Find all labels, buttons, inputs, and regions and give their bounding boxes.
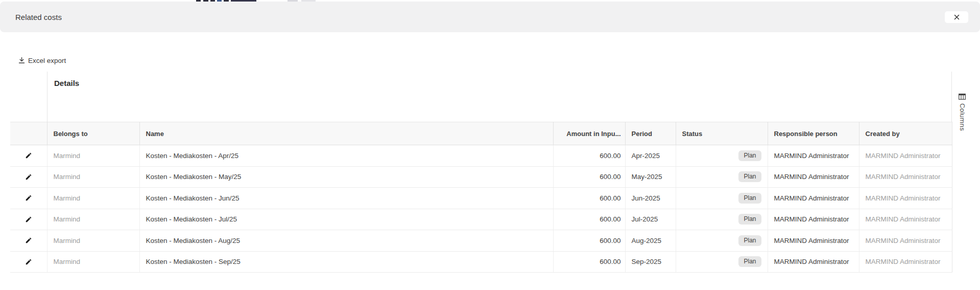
table-row[interactable]: MarmindKosten - Mediakosten - Jun/25600.… [10, 188, 952, 209]
pencil-icon [25, 173, 32, 181]
column-header-amount[interactable]: Amount in Inpu... [553, 122, 625, 145]
table-row[interactable]: MarmindKosten - Mediakosten - Sep/25600.… [10, 251, 952, 273]
close-button[interactable] [945, 11, 968, 23]
status-badge: Plan [738, 150, 761, 161]
cell-edit [10, 145, 47, 167]
cell-edit [10, 251, 47, 273]
cell-status: Plan [676, 209, 768, 230]
cell-status: Plan [676, 188, 768, 209]
edit-row-button[interactable] [22, 171, 35, 183]
column-header-responsible-person[interactable]: Responsible person [768, 122, 859, 145]
cell-amount: 600.00 [553, 166, 625, 188]
column-header-created-by[interactable]: Created by [859, 122, 952, 145]
pencil-icon [25, 258, 32, 265]
cell-created-by: MARMIND Administrator [859, 209, 952, 230]
column-header-period[interactable]: Period [625, 122, 676, 145]
grid-group-header-band: Details [10, 72, 952, 122]
cell-belongs-to: Marmind [47, 230, 139, 252]
related-costs-dialog: Related costs Excel export Details [0, 0, 980, 290]
dialog-header: Related costs [0, 2, 980, 32]
pencil-icon [25, 237, 32, 244]
cell-created-by: MARMIND Administrator [859, 230, 952, 252]
cell-responsible-person: MARMIND Administrator [768, 230, 859, 252]
table-row[interactable]: MarmindKosten - Mediakosten - Apr/25600.… [10, 145, 952, 167]
grid-group-header-details: Details [47, 72, 952, 122]
cell-status: Plan [676, 145, 768, 167]
cell-responsible-person: MARMIND Administrator [768, 209, 859, 230]
cell-amount: 600.00 [553, 188, 625, 209]
cell-name: Kosten - Mediakosten - Jun/25 [139, 188, 553, 209]
cell-name: Kosten - Mediakosten - Apr/25 [139, 145, 553, 167]
cell-responsible-person: MARMIND Administrator [768, 166, 859, 188]
edit-row-button[interactable] [22, 235, 35, 246]
cell-status: Plan [676, 251, 768, 273]
cell-name: Kosten - Mediakosten - Sep/25 [139, 251, 553, 273]
edit-row-button[interactable] [22, 192, 35, 204]
cell-belongs-to: Marmind [47, 251, 139, 273]
cell-responsible-person: MARMIND Administrator [768, 188, 859, 209]
edit-row-button[interactable] [22, 256, 35, 267]
cell-edit [10, 166, 47, 188]
table-row[interactable]: MarmindKosten - Mediakosten - Jul/25600.… [10, 209, 952, 230]
cell-name: Kosten - Mediakosten - Aug/25 [139, 230, 553, 252]
pencil-icon [25, 216, 32, 223]
cell-period: Sep-2025 [625, 251, 676, 273]
status-badge: Plan [738, 235, 761, 246]
cell-amount: 600.00 [553, 145, 625, 167]
x-icon [954, 14, 960, 20]
cell-period: May-2025 [625, 166, 676, 188]
excel-export-button[interactable]: Excel export [18, 55, 66, 66]
cell-belongs-to: Marmind [47, 188, 139, 209]
edit-row-button[interactable] [22, 214, 35, 225]
dialog-title: Related costs [15, 13, 62, 21]
cell-edit [10, 209, 47, 230]
cell-edit [10, 188, 47, 209]
cell-status: Plan [676, 230, 768, 252]
cell-edit [10, 230, 47, 252]
cell-period: Aug-2025 [625, 230, 676, 252]
cell-period: Apr-2025 [625, 145, 676, 167]
status-badge: Plan [738, 214, 761, 225]
columns-panel-label: Columns [959, 103, 966, 131]
status-badge: Plan [738, 171, 761, 182]
related-costs-table: Belongs to Name Amount in Inpu... Period… [10, 122, 952, 273]
cell-belongs-to: Marmind [47, 166, 139, 188]
table-header: Belongs to Name Amount in Inpu... Period… [10, 122, 952, 145]
column-header-status[interactable]: Status [676, 122, 768, 145]
cell-name: Kosten - Mediakosten - May/25 [139, 166, 553, 188]
column-header-name[interactable]: Name [139, 122, 553, 145]
cell-responsible-person: MARMIND Administrator [768, 145, 859, 167]
cell-created-by: MARMIND Administrator [859, 188, 952, 209]
cell-status: Plan [676, 166, 768, 188]
cell-period: Jun-2025 [625, 188, 676, 209]
excel-export-label: Excel export [28, 57, 66, 64]
status-badge: Plan [738, 193, 761, 204]
cell-amount: 600.00 [553, 209, 625, 230]
grid-group-header-spacer [10, 72, 47, 122]
status-badge: Plan [738, 256, 761, 267]
table-body: MarmindKosten - Mediakosten - Apr/25600.… [10, 145, 952, 273]
pencil-icon [25, 194, 32, 202]
pencil-icon [25, 152, 32, 159]
related-costs-grid: Details Belongs to Name Amount in Inpu..… [10, 72, 952, 273]
download-icon [18, 57, 25, 64]
cell-created-by: MARMIND Administrator [859, 166, 952, 188]
table-columns-icon [959, 94, 966, 100]
table-row[interactable]: MarmindKosten - Mediakosten - Aug/25600.… [10, 230, 952, 252]
cell-created-by: MARMIND Administrator [859, 145, 952, 167]
cell-amount: 600.00 [553, 251, 625, 273]
column-header-edit [10, 122, 47, 145]
cell-amount: 600.00 [553, 230, 625, 252]
cell-responsible-person: MARMIND Administrator [768, 251, 859, 273]
column-header-belongs-to[interactable]: Belongs to [47, 122, 139, 145]
cell-period: Jul-2025 [625, 209, 676, 230]
cell-belongs-to: Marmind [47, 145, 139, 167]
cell-belongs-to: Marmind [47, 209, 139, 230]
cell-created-by: MARMIND Administrator [859, 251, 952, 273]
columns-panel-button[interactable]: Columns [955, 94, 969, 131]
cell-name: Kosten - Mediakosten - Jul/25 [139, 209, 553, 230]
edit-row-button[interactable] [22, 150, 35, 161]
table-row[interactable]: MarmindKosten - Mediakosten - May/25600.… [10, 166, 952, 188]
